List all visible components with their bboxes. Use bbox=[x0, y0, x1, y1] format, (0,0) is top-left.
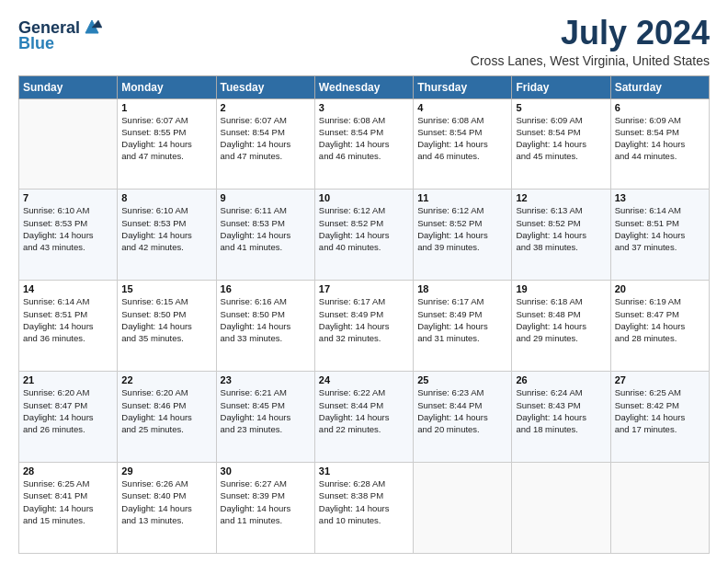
day-number: 9 bbox=[221, 192, 311, 203]
day-info: Sunrise: 6:09 AM Sunset: 8:54 PM Dayligh… bbox=[615, 114, 705, 163]
calendar-cell: 21Sunrise: 6:20 AM Sunset: 8:47 PM Dayli… bbox=[19, 372, 118, 463]
calendar-cell: 30Sunrise: 6:27 AM Sunset: 8:39 PM Dayli… bbox=[216, 463, 314, 554]
day-number: 10 bbox=[319, 192, 409, 203]
calendar-cell: 3Sunrise: 6:08 AM Sunset: 8:54 PM Daylig… bbox=[314, 98, 413, 190]
calendar-cell: 15Sunrise: 6:15 AM Sunset: 8:50 PM Dayli… bbox=[118, 281, 216, 372]
day-number: 18 bbox=[417, 283, 507, 294]
day-number: 27 bbox=[615, 374, 705, 385]
day-info: Sunrise: 6:18 AM Sunset: 8:48 PM Dayligh… bbox=[516, 295, 606, 344]
calendar-cell: 25Sunrise: 6:23 AM Sunset: 8:44 PM Dayli… bbox=[414, 372, 512, 463]
calendar-cell: 20Sunrise: 6:19 AM Sunset: 8:47 PM Dayli… bbox=[610, 281, 709, 372]
calendar-cell: 10Sunrise: 6:12 AM Sunset: 8:52 PM Dayli… bbox=[314, 190, 413, 281]
calendar-cell: 7Sunrise: 6:10 AM Sunset: 8:53 PM Daylig… bbox=[19, 190, 118, 281]
day-info: Sunrise: 6:12 AM Sunset: 8:52 PM Dayligh… bbox=[319, 204, 409, 253]
title-block: July 2024 Cross Lanes, West Virginia, Un… bbox=[471, 15, 710, 68]
day-number: 22 bbox=[121, 374, 211, 385]
calendar-cell: 22Sunrise: 6:20 AM Sunset: 8:46 PM Dayli… bbox=[118, 372, 216, 463]
day-info: Sunrise: 6:11 AM Sunset: 8:53 PM Dayligh… bbox=[221, 204, 311, 253]
day-info: Sunrise: 6:24 AM Sunset: 8:43 PM Dayligh… bbox=[516, 386, 606, 435]
day-info: Sunrise: 6:17 AM Sunset: 8:49 PM Dayligh… bbox=[319, 295, 409, 344]
day-info: Sunrise: 6:12 AM Sunset: 8:52 PM Dayligh… bbox=[417, 204, 507, 253]
day-number: 26 bbox=[516, 374, 606, 385]
calendar-cell: 18Sunrise: 6:17 AM Sunset: 8:49 PM Dayli… bbox=[414, 281, 512, 372]
day-number: 1 bbox=[121, 102, 211, 113]
calendar-cell: 11Sunrise: 6:12 AM Sunset: 8:52 PM Dayli… bbox=[414, 190, 512, 281]
day-number: 8 bbox=[121, 192, 211, 203]
calendar-week-row: 28Sunrise: 6:25 AM Sunset: 8:41 PM Dayli… bbox=[19, 463, 710, 554]
day-info: Sunrise: 6:14 AM Sunset: 8:51 PM Dayligh… bbox=[23, 295, 113, 344]
calendar-cell bbox=[610, 463, 709, 554]
day-number: 31 bbox=[319, 465, 409, 477]
calendar-cell: 14Sunrise: 6:14 AM Sunset: 8:51 PM Dayli… bbox=[19, 281, 118, 372]
day-number: 28 bbox=[23, 465, 113, 477]
day-number: 6 bbox=[615, 102, 705, 113]
day-number: 23 bbox=[221, 374, 311, 385]
calendar-cell: 2Sunrise: 6:07 AM Sunset: 8:54 PM Daylig… bbox=[216, 98, 314, 190]
calendar-table: Sunday Monday Tuesday Wednesday Thursday… bbox=[18, 75, 710, 554]
day-info: Sunrise: 6:08 AM Sunset: 8:54 PM Dayligh… bbox=[417, 114, 507, 163]
calendar-cell: 6Sunrise: 6:09 AM Sunset: 8:54 PM Daylig… bbox=[610, 98, 709, 190]
day-info: Sunrise: 6:25 AM Sunset: 8:41 PM Dayligh… bbox=[23, 477, 113, 526]
calendar-cell: 13Sunrise: 6:14 AM Sunset: 8:51 PM Dayli… bbox=[610, 190, 709, 281]
calendar-cell: 29Sunrise: 6:26 AM Sunset: 8:40 PM Dayli… bbox=[118, 463, 216, 554]
day-info: Sunrise: 6:20 AM Sunset: 8:46 PM Dayligh… bbox=[121, 386, 211, 435]
calendar-cell: 9Sunrise: 6:11 AM Sunset: 8:53 PM Daylig… bbox=[216, 190, 314, 281]
day-number: 13 bbox=[615, 192, 705, 203]
day-info: Sunrise: 6:10 AM Sunset: 8:53 PM Dayligh… bbox=[121, 204, 211, 253]
day-info: Sunrise: 6:07 AM Sunset: 8:54 PM Dayligh… bbox=[221, 114, 311, 163]
header: General Blue July 2024 Cross Lanes, West… bbox=[18, 15, 710, 68]
day-info: Sunrise: 6:08 AM Sunset: 8:54 PM Dayligh… bbox=[319, 114, 409, 163]
calendar-cell: 1Sunrise: 6:07 AM Sunset: 8:55 PM Daylig… bbox=[118, 98, 216, 190]
day-number: 29 bbox=[121, 465, 211, 477]
calendar-header-row: Sunday Monday Tuesday Wednesday Thursday… bbox=[19, 75, 710, 98]
header-sunday: Sunday bbox=[19, 75, 118, 98]
calendar-cell bbox=[414, 463, 512, 554]
day-info: Sunrise: 6:21 AM Sunset: 8:45 PM Dayligh… bbox=[221, 386, 311, 435]
calendar-cell: 8Sunrise: 6:10 AM Sunset: 8:53 PM Daylig… bbox=[118, 190, 216, 281]
day-number: 15 bbox=[121, 283, 211, 294]
day-info: Sunrise: 6:17 AM Sunset: 8:49 PM Dayligh… bbox=[417, 295, 507, 344]
day-info: Sunrise: 6:14 AM Sunset: 8:51 PM Dayligh… bbox=[615, 204, 705, 253]
header-wednesday: Wednesday bbox=[314, 75, 413, 98]
day-number: 2 bbox=[221, 102, 311, 113]
logo-blue: Blue bbox=[18, 34, 54, 53]
calendar-cell: 31Sunrise: 6:28 AM Sunset: 8:38 PM Dayli… bbox=[314, 463, 413, 554]
logo: General Blue bbox=[18, 18, 102, 53]
day-info: Sunrise: 6:22 AM Sunset: 8:44 PM Dayligh… bbox=[319, 386, 409, 435]
calendar-cell bbox=[512, 463, 610, 554]
day-info: Sunrise: 6:19 AM Sunset: 8:47 PM Dayligh… bbox=[615, 295, 705, 344]
calendar-week-row: 14Sunrise: 6:14 AM Sunset: 8:51 PM Dayli… bbox=[19, 281, 710, 372]
day-number: 12 bbox=[516, 192, 606, 203]
day-info: Sunrise: 6:10 AM Sunset: 8:53 PM Dayligh… bbox=[23, 204, 113, 253]
day-info: Sunrise: 6:27 AM Sunset: 8:39 PM Dayligh… bbox=[221, 477, 311, 526]
month-title: July 2024 bbox=[471, 15, 710, 52]
day-info: Sunrise: 6:07 AM Sunset: 8:55 PM Dayligh… bbox=[121, 114, 211, 163]
header-saturday: Saturday bbox=[610, 75, 709, 98]
day-number: 19 bbox=[516, 283, 606, 294]
calendar-cell bbox=[19, 98, 118, 190]
day-number: 5 bbox=[516, 102, 606, 113]
calendar-cell: 19Sunrise: 6:18 AM Sunset: 8:48 PM Dayli… bbox=[512, 281, 610, 372]
day-number: 16 bbox=[221, 283, 311, 294]
logo-icon bbox=[82, 18, 102, 37]
day-number: 30 bbox=[221, 465, 311, 477]
day-info: Sunrise: 6:25 AM Sunset: 8:42 PM Dayligh… bbox=[615, 386, 705, 435]
location: Cross Lanes, West Virginia, United State… bbox=[471, 53, 710, 68]
calendar-cell: 5Sunrise: 6:09 AM Sunset: 8:54 PM Daylig… bbox=[512, 98, 610, 190]
day-number: 17 bbox=[319, 283, 409, 294]
calendar-cell: 23Sunrise: 6:21 AM Sunset: 8:45 PM Dayli… bbox=[216, 372, 314, 463]
calendar-cell: 4Sunrise: 6:08 AM Sunset: 8:54 PM Daylig… bbox=[414, 98, 512, 190]
header-monday: Monday bbox=[118, 75, 216, 98]
header-tuesday: Tuesday bbox=[216, 75, 314, 98]
calendar-week-row: 21Sunrise: 6:20 AM Sunset: 8:47 PM Dayli… bbox=[19, 372, 710, 463]
calendar-cell: 12Sunrise: 6:13 AM Sunset: 8:52 PM Dayli… bbox=[512, 190, 610, 281]
calendar-cell: 26Sunrise: 6:24 AM Sunset: 8:43 PM Dayli… bbox=[512, 372, 610, 463]
day-number: 24 bbox=[319, 374, 409, 385]
calendar-week-row: 1Sunrise: 6:07 AM Sunset: 8:55 PM Daylig… bbox=[19, 98, 710, 190]
calendar-cell: 24Sunrise: 6:22 AM Sunset: 8:44 PM Dayli… bbox=[314, 372, 413, 463]
calendar-cell: 27Sunrise: 6:25 AM Sunset: 8:42 PM Dayli… bbox=[610, 372, 709, 463]
day-info: Sunrise: 6:28 AM Sunset: 8:38 PM Dayligh… bbox=[319, 477, 409, 526]
day-info: Sunrise: 6:13 AM Sunset: 8:52 PM Dayligh… bbox=[516, 204, 606, 253]
day-info: Sunrise: 6:09 AM Sunset: 8:54 PM Dayligh… bbox=[516, 114, 606, 163]
day-info: Sunrise: 6:16 AM Sunset: 8:50 PM Dayligh… bbox=[221, 295, 311, 344]
